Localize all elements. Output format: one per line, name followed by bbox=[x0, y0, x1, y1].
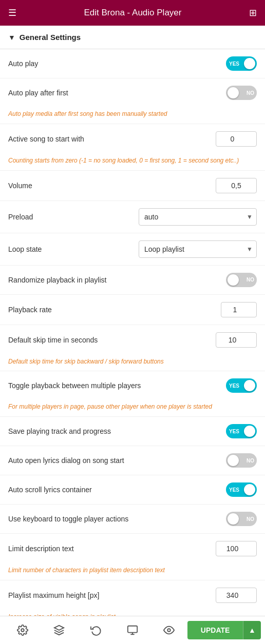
toggle-multiple-label: Toggle playback between multiple players bbox=[8, 381, 226, 390]
scroll-lyrics-toggle[interactable]: YES bbox=[226, 482, 257, 497]
randomize-label: Randomize playback in playlist bbox=[8, 276, 226, 284]
auto-play-row: Auto play YES bbox=[0, 49, 265, 78]
scroll-lyrics-row: Auto scroll lyrics container YES bbox=[0, 475, 265, 505]
limit-desc-input[interactable] bbox=[216, 541, 257, 556]
auto-play-first-toggle[interactable]: NO bbox=[226, 86, 257, 100]
playback-rate-label: Playback rate bbox=[8, 306, 221, 314]
toggle-multiple-toggle-label: YES bbox=[229, 383, 239, 389]
settings-content: Auto play YES Auto play after first NO A… bbox=[0, 49, 265, 644]
toggle-multiple-toggle-switch[interactable]: YES bbox=[226, 378, 257, 393]
save-progress-toggle-switch[interactable]: YES bbox=[226, 424, 257, 438]
keyboard-toggle-label: NO bbox=[247, 516, 254, 522]
auto-play-toggle[interactable]: YES bbox=[226, 56, 257, 71]
loop-state-select-wrapper: Loop playlist Loop song No loop ▼ bbox=[139, 240, 257, 258]
auto-play-first-row: Auto play after first NO bbox=[0, 78, 265, 107]
svg-point-0 bbox=[21, 629, 24, 632]
section-title: General Settings bbox=[20, 33, 81, 42]
scroll-lyrics-toggle-knob bbox=[244, 484, 255, 495]
loop-state-label: Loop state bbox=[8, 245, 139, 253]
svg-point-5 bbox=[168, 629, 171, 632]
update-button[interactable]: UPDATE bbox=[187, 621, 243, 639]
svg-marker-1 bbox=[54, 626, 64, 630]
open-lyrics-toggle-switch[interactable]: NO bbox=[226, 453, 257, 468]
auto-play-first-hint-row: Auto play media after first song has bee… bbox=[0, 107, 265, 124]
section-header[interactable]: ▼ General Settings bbox=[0, 26, 265, 49]
toolbar-layers-icon[interactable] bbox=[41, 625, 77, 636]
volume-input[interactable] bbox=[216, 178, 257, 193]
hamburger-icon[interactable]: ☰ bbox=[8, 7, 16, 18]
limit-desc-hint: Limit number of characters in playlist i… bbox=[8, 567, 165, 574]
auto-play-toggle-knob bbox=[244, 58, 255, 69]
limit-desc-hint-row: Limit number of characters in playlist i… bbox=[0, 564, 265, 580]
active-song-hint: Counting starts from zero (-1 = no song … bbox=[8, 157, 239, 164]
randomize-toggle-label: NO bbox=[247, 277, 254, 283]
update-arrow-button[interactable]: ▲ bbox=[243, 621, 261, 639]
toggle-multiple-hint: For multiple players in page, pause othe… bbox=[8, 403, 212, 410]
active-song-label: Active song to start with bbox=[8, 135, 216, 143]
keyboard-row: Use keyboard to toggle player actions NO bbox=[0, 505, 265, 534]
auto-play-first-toggle-switch[interactable]: NO bbox=[226, 86, 257, 100]
auto-play-first-toggle-knob bbox=[228, 87, 239, 98]
auto-play-toggle-switch[interactable]: YES bbox=[226, 56, 257, 71]
open-lyrics-toggle-label: NO bbox=[247, 458, 254, 464]
toolbar-eye-icon[interactable] bbox=[151, 625, 187, 636]
auto-play-first-label: Auto play after first bbox=[8, 89, 226, 97]
skip-time-hint-row: Default skip time for skip backward / sk… bbox=[0, 355, 265, 372]
save-progress-toggle-knob bbox=[244, 426, 255, 437]
preload-select[interactable]: auto none metadata bbox=[139, 208, 257, 226]
playlist-height-input[interactable] bbox=[216, 588, 257, 603]
playback-rate-input[interactable] bbox=[221, 302, 257, 317]
section-collapse-arrow: ▼ bbox=[8, 33, 15, 42]
preload-label: Preload bbox=[8, 213, 139, 221]
active-song-hint-row: Counting starts from zero (-1 = no song … bbox=[0, 154, 265, 171]
app-header: ☰ Edit Brona - Audio Player ⊞ bbox=[0, 0, 265, 26]
randomize-toggle[interactable]: NO bbox=[226, 273, 257, 287]
loop-state-row: Loop state Loop playlist Loop song No lo… bbox=[0, 233, 265, 266]
preload-row: Preload auto none metadata ▼ bbox=[0, 201, 265, 233]
randomize-row: Randomize playback in playlist NO bbox=[0, 266, 265, 295]
toggle-multiple-toggle-knob bbox=[244, 380, 255, 391]
save-progress-label: Save playing track and progress bbox=[8, 427, 226, 435]
save-progress-toggle[interactable]: YES bbox=[226, 424, 257, 438]
save-progress-row: Save playing track and progress YES bbox=[0, 417, 265, 446]
open-lyrics-toggle[interactable]: NO bbox=[226, 453, 257, 468]
loop-state-select[interactable]: Loop playlist Loop song No loop bbox=[139, 240, 257, 258]
skip-time-input[interactable] bbox=[216, 332, 257, 348]
toggle-multiple-toggle[interactable]: YES bbox=[226, 378, 257, 393]
limit-desc-row: Limit description text bbox=[0, 534, 265, 564]
save-progress-toggle-label: YES bbox=[229, 429, 239, 434]
toggle-multiple-hint-row: For multiple players in page, pause othe… bbox=[0, 400, 265, 417]
volume-label: Volume bbox=[8, 182, 216, 190]
toolbar-history-icon[interactable] bbox=[78, 625, 114, 636]
playback-rate-row: Playback rate bbox=[0, 295, 265, 325]
randomize-toggle-switch[interactable]: NO bbox=[226, 273, 257, 287]
grid-icon[interactable]: ⊞ bbox=[249, 7, 257, 18]
toolbar-settings-icon[interactable] bbox=[4, 625, 41, 636]
skip-time-hint: Default skip time for skip backward / sk… bbox=[8, 358, 164, 365]
keyboard-toggle[interactable]: NO bbox=[226, 512, 257, 526]
active-song-row: Active song to start with bbox=[0, 124, 265, 154]
skip-time-row: Default skip time in seconds bbox=[0, 325, 265, 355]
scroll-lyrics-toggle-label: YES bbox=[229, 487, 239, 493]
open-lyrics-toggle-knob bbox=[228, 455, 239, 466]
active-song-input[interactable] bbox=[216, 131, 257, 147]
update-btn-wrapper: UPDATE ▲ bbox=[187, 621, 261, 639]
svg-rect-2 bbox=[128, 626, 137, 633]
limit-desc-label: Limit description text bbox=[8, 545, 216, 553]
playlist-height-label: Playlist maximum height [px] bbox=[8, 591, 216, 599]
auto-play-first-hint: Auto play media after first song has bee… bbox=[8, 110, 167, 117]
toolbar-monitor-icon[interactable] bbox=[114, 625, 150, 636]
toggle-multiple-row: Toggle playback between multiple players… bbox=[0, 371, 265, 400]
keyboard-toggle-knob bbox=[228, 513, 239, 525]
header-title: Edit Brona - Audio Player bbox=[84, 8, 182, 18]
open-lyrics-row: Auto open lyrics dialog on song start NO bbox=[0, 446, 265, 475]
playlist-height-row: Playlist maximum height [px] bbox=[0, 580, 265, 610]
keyboard-label: Use keyboard to toggle player actions bbox=[8, 515, 226, 523]
auto-play-first-toggle-label: NO bbox=[247, 90, 254, 96]
auto-play-label: Auto play bbox=[8, 59, 226, 68]
open-lyrics-label: Auto open lyrics dialog on song start bbox=[8, 456, 226, 465]
keyboard-toggle-switch[interactable]: NO bbox=[226, 512, 257, 526]
auto-play-toggle-label: YES bbox=[229, 61, 239, 67]
scroll-lyrics-toggle-switch[interactable]: YES bbox=[226, 482, 257, 497]
preload-select-wrapper: auto none metadata ▼ bbox=[139, 208, 257, 226]
